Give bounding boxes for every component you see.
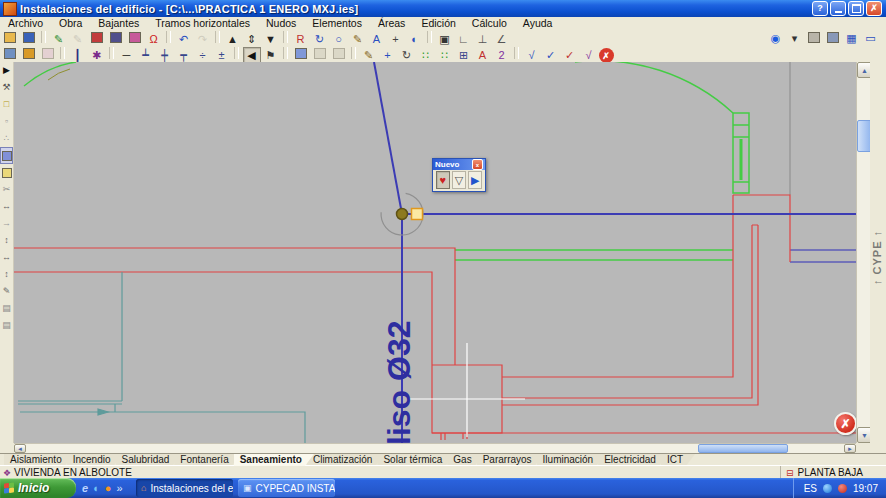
box-1-icon[interactable]: ▤ [0,300,13,317]
check-query-icon[interactable]: ✓ [561,47,579,63]
menu-tramos-horizontales[interactable]: Tramos horizontales [147,17,258,29]
monitor-icon[interactable]: ▭ [862,30,880,46]
arrow-horizontal-2-icon[interactable]: ↔ [0,249,13,266]
erase-2-icon[interactable]: 2 [493,47,511,63]
language-indicator[interactable]: ES [804,483,817,494]
go-start-icon[interactable]: ◀ [243,47,261,63]
sqrt-query-icon[interactable]: √ [580,47,598,63]
flag-icon[interactable]: ⚑ [262,47,280,63]
quick-launch: e ◐ ● » [82,478,123,498]
canalon-icon[interactable]: ▽ [452,171,466,189]
menu-edici-n[interactable]: Edición [413,17,463,29]
scroll-left-button[interactable]: ◄ [14,444,26,453]
menu-obra[interactable]: Obra [51,17,90,29]
arrow-horizontal-icon[interactable]: ↔ [0,198,13,215]
help-dropdown-icon[interactable]: ▾ [786,30,804,46]
move-icon[interactable]: + [379,47,397,63]
area-disabled-2-icon [330,45,348,61]
copy-icon[interactable]: ⊞ [455,47,473,63]
print-icon[interactable] [805,30,823,46]
select-arrow-icon[interactable]: ▶ [0,62,13,79]
title-bar[interactable]: Instalaciones del edificio - [C:\...\PRA… [0,0,886,17]
overflow-chevron[interactable]: » [116,478,122,498]
selection-active-icon[interactable] [0,147,13,164]
bajante-node-icon[interactable]: ✱ [88,47,106,63]
layers-orange-icon[interactable] [20,45,38,61]
sqrt-info-icon[interactable]: √ [523,47,541,63]
save-icon[interactable] [20,29,38,45]
start-button[interactable]: Inicio [0,478,76,498]
tramo-node-up-icon[interactable]: ┷ [137,47,155,63]
window-image-icon[interactable] [1,45,19,61]
conexion-icon[interactable]: ▶ [468,171,482,189]
nuevo-palette-title: Nuevo [435,160,459,169]
menu-nudos[interactable]: Nudos [258,17,304,29]
security-tray-icon[interactable] [838,484,847,493]
vertical-scrollbar[interactable]: ▲ ▼ [856,62,870,443]
task-button-instalaciones[interactable]: ⌂ Instalaciones del edifi... [136,479,233,497]
menu-c-lculo[interactable]: Cálculo [464,17,515,29]
ie-icon[interactable]: e [82,478,88,498]
tools-icon[interactable]: ⚒ [0,79,13,96]
tramo-node-down-icon[interactable]: ┯ [175,47,193,63]
help-sphere-icon[interactable]: ◉ [767,30,785,46]
horizontal-scrollbar[interactable]: ◄ ► [14,443,856,453]
menu-elementos[interactable]: Elementos [304,17,370,29]
nuevo-palette[interactable]: Nuevo x ♥▽▶ [432,158,486,192]
rotate-icon[interactable]: ↻ [398,47,416,63]
color-palette-icon[interactable] [126,29,144,45]
messenger-tray-icon[interactable] [823,484,832,493]
tramo-node-both-icon[interactable]: ┿ [156,47,174,63]
node-add-icon[interactable]: ÷ [194,47,212,63]
menu-archivo[interactable]: Archivo [0,17,51,29]
open-file-icon[interactable] [1,29,19,45]
minimize-button[interactable] [830,1,846,16]
area-blue-icon[interactable] [292,45,310,61]
nuevo-palette-titlebar[interactable]: Nuevo x [433,159,485,170]
tramo-line-icon[interactable]: ─ [118,47,136,63]
menu--reas[interactable]: Áreas [370,17,413,29]
edit-icon[interactable]: ✎ [360,47,378,63]
node-handle[interactable] [412,209,423,220]
comment-icon[interactable] [0,164,13,181]
close-button[interactable]: ✗ [866,1,882,16]
toolbar-edition: ┃✱─┷┿┯÷±◀⚑✎+↻∷∷⊞A2√✓✓√✗ [0,46,886,63]
arrow-vertical-2-icon[interactable]: ↕ [0,266,13,283]
node-edit-icon[interactable]: ± [213,47,231,63]
menu-ayuda[interactable]: Ayuda [515,17,561,29]
drawing-area[interactable]: liso Ø32 Nuevo x ♥▽▶ ✗ [14,62,856,443]
menu-bajantes[interactable]: Bajantes [90,17,147,29]
firefox-icon[interactable]: ● [105,478,112,498]
restore-button[interactable] [848,1,864,16]
cad-canvas[interactable]: liso Ø32 [14,62,856,443]
toolbar-separator [351,47,356,59]
msn-icon[interactable]: ◐ [93,478,100,498]
toolbar-separator [283,47,288,59]
nuevo-palette-close-button[interactable]: x [472,159,483,170]
box-2-icon[interactable]: ▤ [0,317,13,334]
screen-red-icon[interactable] [88,29,106,45]
screen-settings-icon[interactable] [107,29,125,45]
assign-2-icon[interactable]: ∷ [436,47,454,63]
bajante-new-icon[interactable]: ┃ [69,47,87,63]
horizontal-scroll-thumb[interactable] [698,444,788,453]
report-icon[interactable] [824,30,842,46]
task-button-cypecad[interactable]: ▣ CYPECAD INSTALACI... [238,479,335,497]
check-icon[interactable]: ✓ [542,47,560,63]
scroll-right-button[interactable]: ► [844,444,856,453]
toolbar-separator [234,47,239,59]
measure-icon[interactable]: ✎ [0,283,13,300]
tab-saneamiento[interactable]: Saneamiento [234,454,314,466]
yellow-frame-icon[interactable]: □ [0,96,13,113]
help-button[interactable]: ? [812,1,828,16]
sumidero-icon[interactable]: ♥ [436,171,450,189]
arrow-vertical-icon[interactable]: ↕ [0,232,13,249]
cancel-button[interactable]: ✗ [834,412,857,435]
windows-taskbar: Inicio e ◐ ● » ⌂ Instalaciones del edifi… [0,478,886,498]
close-red-icon[interactable]: ✗ [599,48,614,63]
toolbar-separator [514,47,519,59]
assign-1-icon[interactable]: ∷ [417,47,435,63]
grid-view-icon[interactable]: ▦ [843,30,861,46]
pipe-node[interactable] [397,209,408,220]
erase-text-icon[interactable]: A [474,47,492,63]
